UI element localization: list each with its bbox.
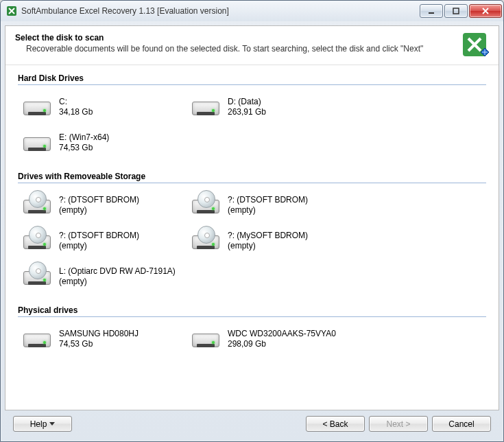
app-window: SoftAmbulance Excel Recovery 1.13 [Evalu… <box>0 0 504 442</box>
divider <box>18 316 486 317</box>
optical-drive-icon <box>22 193 52 218</box>
section-title-physical: Physical drives <box>18 305 486 315</box>
window-body: Select the disk to scan Recoverable docu… <box>1 21 503 441</box>
drive-text: ?: (DTSOFT BDROM) (empty) <box>228 195 308 216</box>
titlebar[interactable]: SoftAmbulance Excel Recovery 1.13 [Evalu… <box>1 1 503 21</box>
drive-size: 74,53 Gb <box>59 143 109 153</box>
page-title: Select the disk to scan <box>15 33 451 43</box>
optical-drive-icon <box>191 193 221 218</box>
drive-item[interactable]: E: (Win7-x64) 74,53 Gb <box>22 130 187 155</box>
wizard-panel: Select the disk to scan Recoverable docu… <box>5 25 499 410</box>
hdd-icon <box>22 95 52 119</box>
disk-list: Hard Disk Drives C: 34,18 Gb <box>5 65 499 410</box>
drive-label: E: (Win7-x64) <box>59 132 109 143</box>
svg-rect-2 <box>453 8 459 14</box>
optical-drive-icon <box>191 229 221 253</box>
drive-item[interactable]: ?: (MySOFT BDROM) (empty) <box>191 229 355 253</box>
cancel-button[interactable]: Cancel <box>432 416 491 432</box>
next-button[interactable]: Next > <box>369 416 428 432</box>
help-label: Help <box>30 419 47 429</box>
next-label: Next > <box>386 419 410 429</box>
excel-recovery-icon <box>460 30 492 62</box>
drive-text: D: (Data) 263,91 Gb <box>228 97 266 117</box>
help-button[interactable]: Help <box>13 416 72 432</box>
drive-text: WDC WD3200AAKS-75VYA0 298,09 Gb <box>228 329 336 349</box>
drive-size: (empty) <box>59 241 139 251</box>
hdd-icon <box>22 130 52 155</box>
drive-size: (empty) <box>59 277 176 287</box>
drive-label: ?: (DTSOFT BDROM) <box>59 231 139 241</box>
svg-rect-1 <box>429 12 434 14</box>
close-button[interactable] <box>469 4 502 18</box>
section-title-hdd: Hard Disk Drives <box>18 73 486 83</box>
drive-size: (empty) <box>228 205 308 216</box>
optical-drive-icon <box>22 264 52 289</box>
physical-grid: SAMSUNG HD080HJ 74,53 Gb WDC WD3200AAKS-… <box>18 323 486 358</box>
drive-label: L: (Optiarc DVD RW AD-7191A) <box>59 266 176 277</box>
back-label: < Back <box>322 419 348 429</box>
drive-text: C: 34,18 Gb <box>59 97 93 117</box>
chevron-down-icon <box>49 422 55 426</box>
drive-item[interactable]: C: 34,18 Gb <box>22 95 187 119</box>
drive-item[interactable]: L: (Optiarc DVD RW AD-7191A) (empty) <box>22 264 187 289</box>
drive-label: ?: (DTSOFT BDROM) <box>59 195 139 205</box>
hdd-grid: C: 34,18 Gb D: (Data) 263,91 Gb <box>18 91 486 162</box>
page-subtitle: Recoverable documents will be found on t… <box>26 44 451 54</box>
minimize-button[interactable] <box>420 4 443 18</box>
app-icon <box>6 5 17 16</box>
drive-size: (empty) <box>59 205 139 216</box>
drive-text: ?: (MySOFT BDROM) (empty) <box>228 231 308 251</box>
drive-size: 298,09 Gb <box>228 339 336 349</box>
removable-grid: ?: (DTSOFT BDROM) (empty) ?: (DTSOFT BDR… <box>18 189 486 296</box>
wizard-header: Select the disk to scan Recoverable docu… <box>5 26 499 65</box>
physical-drive-icon <box>191 327 221 351</box>
drive-size: (empty) <box>228 241 308 251</box>
section-title-removable: Drives with Removeable Storage <box>18 172 486 181</box>
wizard-footer: Help < Back Next > Cancel <box>5 410 499 437</box>
drive-label: D: (Data) <box>228 97 266 107</box>
drive-text: L: (Optiarc DVD RW AD-7191A) (empty) <box>59 266 176 287</box>
drive-size: 263,91 Gb <box>228 107 266 117</box>
drive-label: SAMSUNG HD080HJ <box>59 329 139 339</box>
optical-drive-icon <box>22 229 52 253</box>
back-button[interactable]: < Back <box>306 416 365 432</box>
drive-label: ?: (MySOFT BDROM) <box>228 231 308 241</box>
drive-item[interactable]: ?: (DTSOFT BDROM) (empty) <box>22 229 187 253</box>
drive-text: ?: (DTSOFT BDROM) (empty) <box>59 195 139 216</box>
cancel-label: Cancel <box>448 419 474 429</box>
drive-item[interactable]: SAMSUNG HD080HJ 74,53 Gb <box>22 327 187 351</box>
divider <box>18 183 486 183</box>
physical-drive-icon <box>22 327 52 351</box>
drive-text: ?: (DTSOFT BDROM) (empty) <box>59 231 139 251</box>
drive-item[interactable]: D: (Data) 263,91 Gb <box>191 95 355 119</box>
drive-size: 34,18 Gb <box>59 107 93 117</box>
drive-size: 74,53 Gb <box>59 339 139 349</box>
drive-label: C: <box>59 97 93 107</box>
divider <box>18 84 486 85</box>
window-title: SoftAmbulance Excel Recovery 1.13 [Evalu… <box>21 6 418 16</box>
drive-label: ?: (DTSOFT BDROM) <box>228 195 308 205</box>
maximize-button[interactable] <box>444 4 468 18</box>
drive-label: WDC WD3200AAKS-75VYA0 <box>228 329 336 339</box>
drive-text: SAMSUNG HD080HJ 74,53 Gb <box>59 329 139 349</box>
drive-item[interactable]: ?: (DTSOFT BDROM) (empty) <box>22 193 187 218</box>
drive-item[interactable]: ?: (DTSOFT BDROM) (empty) <box>191 193 355 218</box>
drive-text: E: (Win7-x64) 74,53 Gb <box>59 132 109 153</box>
hdd-icon <box>191 95 221 119</box>
drive-item[interactable]: WDC WD3200AAKS-75VYA0 298,09 Gb <box>191 327 355 351</box>
window-controls <box>418 4 502 18</box>
